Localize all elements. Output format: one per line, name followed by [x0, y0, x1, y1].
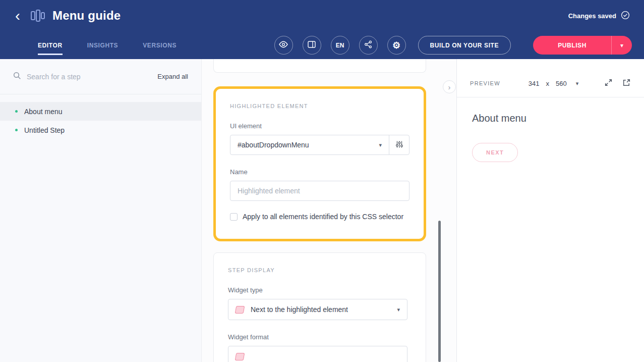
ui-element-value: #aboutDropdownMenu	[238, 141, 309, 149]
preview-body: About menu NEXT	[457, 97, 644, 177]
ui-element-label: UI element	[230, 122, 409, 130]
step-display-card: STEP DISPLAY Widget type Next to the hig…	[213, 252, 426, 362]
widget-type-select[interactable]: Next to the highlighted element ▾	[228, 299, 407, 320]
apply-all-checkbox[interactable]	[230, 213, 238, 221]
step-status-dot	[15, 129, 18, 131]
changes-saved-status: Changes saved	[568, 11, 630, 21]
language-label: EN	[336, 42, 344, 49]
chevron-right-icon: ›	[448, 83, 451, 91]
step-item-label: About menu	[24, 108, 63, 116]
apply-all-row: Apply to all elements identified by this…	[230, 213, 409, 221]
preview-header-icons	[604, 78, 631, 88]
name-label: Name	[230, 168, 409, 176]
eye-icon	[279, 41, 288, 49]
app-header: ‹ Menu guide Changes saved EDITOR INSIGH…	[0, 0, 644, 59]
step-item-label: Untitled Step	[24, 126, 65, 134]
expand-icon	[604, 78, 613, 88]
build-on-your-site-button[interactable]: BUILD ON YOUR SITE	[418, 36, 511, 55]
preview-header: PREVIEW 341 x 560 ▾	[457, 76, 644, 97]
preview-width-value: 341	[529, 80, 540, 87]
step-status-dot	[15, 110, 18, 113]
chevron-down-icon: ▾	[576, 81, 579, 86]
language-button[interactable]: EN	[331, 36, 349, 55]
settings-button[interactable]: ⚙	[387, 36, 406, 55]
highlighted-element-card: HIGHLIGHTED ELEMENT UI element #aboutDro…	[213, 86, 426, 241]
step-editor-panel: HIGHLIGHTED ELEMENT UI element #aboutDro…	[202, 59, 456, 362]
apply-all-label: Apply to all elements identified by this…	[243, 213, 403, 221]
section-title: HIGHLIGHTED ELEMENT	[230, 103, 409, 109]
tune-icon	[395, 140, 403, 150]
header-top-row: ‹ Menu guide Changes saved	[0, 0, 644, 31]
tab-insights[interactable]: INSIGHTS	[87, 42, 118, 55]
expand-preview-button[interactable]	[604, 78, 613, 88]
page-title: Menu guide	[52, 9, 121, 23]
previous-settings-card	[213, 59, 426, 73]
publish-button[interactable]: PUBLISH	[533, 36, 611, 55]
chevron-down-icon: ▾	[379, 142, 382, 148]
share-icon	[364, 40, 372, 50]
check-circle-icon	[621, 11, 630, 21]
changes-saved-label: Changes saved	[568, 12, 616, 20]
layout-button[interactable]	[303, 36, 321, 55]
header-actions: EN ⚙ BUILD ON YOUR SITE PUBLISH ▾	[274, 36, 632, 55]
external-link-icon	[622, 78, 631, 88]
step-item-untitled-step[interactable]: Untitled Step	[0, 121, 201, 139]
ui-element-row: #aboutDropdownMenu ▾	[230, 135, 409, 155]
publish-dropdown-button[interactable]: ▾	[611, 36, 632, 55]
preview-label: PREVIEW	[470, 80, 500, 86]
chevron-down-icon: ▾	[620, 42, 623, 49]
steps-sidebar: Expand all About menu Untitled Step	[0, 59, 202, 362]
widget-format-icon	[235, 353, 245, 360]
open-in-new-tab-button[interactable]	[622, 78, 631, 88]
back-chevron-icon: ‹	[15, 7, 20, 24]
preview-eye-button[interactable]	[274, 36, 293, 55]
preview-next-button[interactable]: NEXT	[472, 143, 518, 162]
tab-versions[interactable]: VERSIONS	[143, 42, 177, 55]
step-search-row: Expand all	[0, 59, 201, 94]
preview-panel: PREVIEW 341 x 560 ▾	[456, 59, 644, 362]
layout-panel-icon	[308, 41, 316, 49]
search-icon	[13, 72, 21, 82]
preview-dimensions-select[interactable]: 341 x 560 ▾	[529, 80, 578, 87]
preview-step-title: About menu	[472, 113, 629, 124]
chevron-down-icon: ▾	[397, 307, 400, 313]
selector-settings-button[interactable]	[389, 135, 409, 155]
widget-format-select[interactable]	[228, 346, 407, 362]
ui-element-select[interactable]: #aboutDropdownMenu ▾	[230, 135, 389, 155]
gear-icon: ⚙	[392, 41, 400, 50]
main-tabs: EDITOR INSIGHTS VERSIONS	[38, 42, 177, 49]
section-title: STEP DISPLAY	[228, 267, 412, 273]
widget-format-label: Widget format	[228, 333, 412, 341]
step-list: About menu Untitled Step	[0, 94, 201, 139]
collapse-editor-panel-button[interactable]: ›	[443, 80, 456, 93]
app-logo-icon	[30, 9, 45, 22]
share-button[interactable]	[359, 36, 378, 55]
step-item-about-menu[interactable]: About menu	[0, 102, 201, 121]
widget-type-label: Widget type	[228, 286, 412, 294]
editor-scrollbar-thumb[interactable]	[438, 221, 441, 362]
expand-all-link[interactable]: Expand all	[157, 73, 188, 80]
widget-type-value: Next to the highlighted element	[251, 305, 390, 314]
tab-editor[interactable]: EDITOR	[38, 42, 63, 55]
publish-split-button: PUBLISH ▾	[533, 36, 632, 55]
preview-height-value: 560	[556, 80, 567, 87]
header-bottom-row: EDITOR INSIGHTS VERSIONS	[0, 31, 644, 59]
back-button[interactable]: ‹	[13, 8, 22, 23]
widget-type-icon	[235, 306, 245, 314]
search-step-input[interactable]	[27, 73, 152, 81]
highlighted-element-name-input[interactable]	[230, 181, 409, 201]
dimensions-separator: x	[546, 80, 550, 87]
